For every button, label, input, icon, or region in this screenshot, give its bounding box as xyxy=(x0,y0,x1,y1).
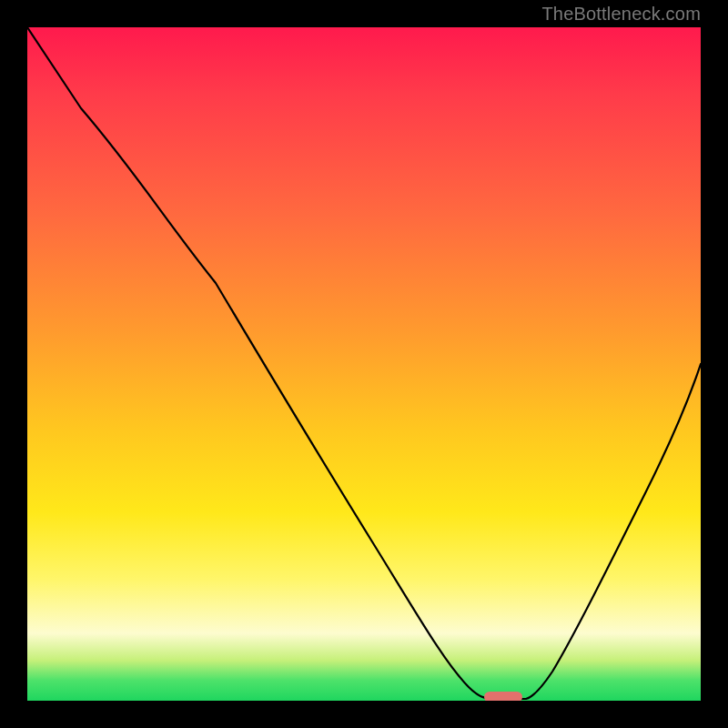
chart-frame: TheBottleneck.com xyxy=(0,0,728,728)
optimal-marker xyxy=(484,692,522,701)
curve-layer xyxy=(27,27,701,701)
plot-area xyxy=(27,27,701,701)
bottleneck-curve xyxy=(27,27,701,699)
watermark-text: TheBottleneck.com xyxy=(541,4,701,25)
